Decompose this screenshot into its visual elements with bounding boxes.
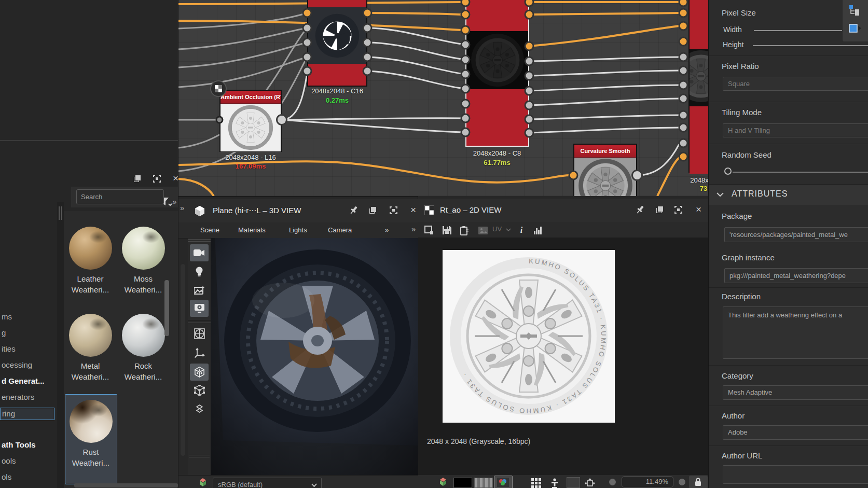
author-url-field[interactable] <box>723 465 868 484</box>
camera-display-icon[interactable] <box>190 244 209 261</box>
sidebar-item-ms[interactable]: ms <box>0 311 56 323</box>
connector-dot-orange[interactable] <box>679 152 688 162</box>
hierarchy-icon[interactable] <box>849 5 860 16</box>
maximize-icon[interactable] <box>153 174 161 183</box>
zoom-out-button[interactable] <box>609 479 616 485</box>
sidebar-item-dgenerat[interactable]: d Generat... <box>0 375 56 387</box>
maximize-icon[interactable] <box>389 206 398 215</box>
width-slider[interactable] <box>754 30 842 31</box>
connector-dot[interactable] <box>679 66 688 76</box>
light-bulb-icon[interactable] <box>190 263 209 281</box>
search-input[interactable] <box>76 189 164 204</box>
menu-overflow-icon[interactable]: » <box>385 222 388 238</box>
connector-dot[interactable] <box>525 101 534 110</box>
collapsed-panel-icon[interactable]: » <box>180 203 183 212</box>
connector-dot[interactable] <box>679 94 688 104</box>
cube-wireframe-icon[interactable] <box>190 382 209 399</box>
connector-dot[interactable] <box>302 23 312 33</box>
menu-lights[interactable]: Lights <box>289 222 307 238</box>
node-curvature-smooth[interactable]: Curvature Smooth <box>573 144 637 196</box>
maximize-icon[interactable] <box>674 205 683 214</box>
pixel-ratio-select[interactable]: Square <box>723 77 868 91</box>
library-item-leather[interactable]: LeatherWeatheri... <box>65 221 116 304</box>
sidebar-item-ities[interactable]: ities <box>0 343 56 355</box>
zoom-lock-button[interactable] <box>689 476 708 488</box>
connector-dot[interactable] <box>525 86 534 96</box>
connector-dot[interactable] <box>631 170 643 181</box>
instance-icon[interactable] <box>849 24 862 33</box>
random-seed-slider[interactable] <box>733 172 868 173</box>
tiling-mode-icon[interactable] <box>583 477 597 488</box>
connector-dot[interactable] <box>302 66 312 76</box>
connector-dot-orange[interactable] <box>525 41 534 51</box>
restore-icon[interactable] <box>133 174 142 183</box>
sidebar-item-athtools[interactable]: ath Tools <box>0 439 56 451</box>
connector-dot[interactable] <box>363 23 373 33</box>
mannequin-icon[interactable] <box>548 477 561 488</box>
background-image-icon[interactable] <box>476 224 490 236</box>
connector-dot[interactable] <box>525 115 534 124</box>
connector-dot[interactable] <box>363 38 373 48</box>
sidebar-item-ring[interactable]: ring <box>0 408 54 420</box>
info-icon[interactable]: i <box>515 224 528 236</box>
connector-dot[interactable] <box>276 114 287 126</box>
category-field[interactable]: Mesh Adaptive <box>723 385 868 400</box>
connector-dot[interactable] <box>461 128 471 137</box>
library-item-moss[interactable]: MossWeatheri... <box>118 221 169 304</box>
view2d-viewport[interactable]: KUMHO SOLUS TA31 · KUMHO SOLUS TA31 · KU… <box>418 238 708 475</box>
view3d-header[interactable]: » Plane (hi-r⋯L – 3D VIEW × <box>178 199 418 223</box>
menu-materials[interactable]: Materials <box>238 222 266 238</box>
connector-dot[interactable] <box>461 84 471 94</box>
side-scrollbar[interactable] <box>181 264 185 456</box>
close-icon[interactable]: × <box>694 205 703 214</box>
connector-dot-orange[interactable] <box>461 10 471 20</box>
connector-dot[interactable] <box>302 52 312 62</box>
connector-dot[interactable] <box>363 52 373 62</box>
histogram-icon[interactable] <box>531 224 545 236</box>
pin-icon[interactable] <box>635 204 645 215</box>
connector-dot[interactable] <box>679 110 688 120</box>
connector-dot[interactable] <box>525 71 534 81</box>
sidebar-item-ols[interactable]: ols <box>0 471 56 483</box>
connector-dot-orange[interactable] <box>679 8 688 18</box>
export-image-icon[interactable] <box>422 224 436 236</box>
sidebar-item-ocessing[interactable]: ocessing <box>0 359 56 371</box>
view2d-header[interactable]: Rt_ao – 2D VIEW × <box>418 199 708 222</box>
connector-dot-orange[interactable] <box>302 8 312 18</box>
splitter-overflow-icon[interactable]: » <box>411 225 415 233</box>
menu-scene[interactable]: Scene <box>200 222 219 238</box>
connector-dot[interactable] <box>461 114 471 123</box>
restore-icon[interactable] <box>655 205 664 214</box>
connector-dot[interactable] <box>461 55 471 65</box>
horizontal-scrollbar[interactable] <box>74 483 178 487</box>
connector-dot-orange[interactable] <box>363 8 373 18</box>
node-edge[interactable] <box>688 0 708 173</box>
attributes-section-header[interactable]: ATTRIBUTES <box>709 185 868 205</box>
library-item-metal[interactable]: MetalWeatheri... <box>65 309 116 392</box>
display-settings-icon[interactable] <box>190 300 209 317</box>
close-icon[interactable]: × <box>409 205 418 214</box>
library-item-rock[interactable]: RockWeatheri... <box>118 309 169 392</box>
node-ambient-occlusion[interactable]: Ambient Occlusion (RT— <box>219 90 282 152</box>
connector-dot[interactable] <box>679 138 688 148</box>
connector-dot[interactable] <box>363 66 373 76</box>
library-overflow-icon[interactable]: » <box>172 197 175 206</box>
connector-dot-orange[interactable] <box>679 21 688 31</box>
node-c8[interactable] <box>465 0 529 147</box>
connector-dot[interactable] <box>461 69 471 79</box>
axis-gizmo-icon[interactable] <box>190 344 209 361</box>
connector-dot[interactable] <box>679 80 688 90</box>
connector-dot-orange[interactable] <box>525 10 534 20</box>
package-field[interactable]: 'resources/packages/painted_metal_we <box>724 227 868 242</box>
author-field[interactable]: Adobe <box>723 425 868 440</box>
description-field[interactable]: This filter add a weathering effect on a <box>723 306 868 359</box>
copy-icon[interactable] <box>458 224 471 236</box>
height-slider[interactable] <box>753 45 868 46</box>
connector-dot[interactable] <box>525 128 534 138</box>
graph-instance-field[interactable]: pkg:///painted_metal_weathering?depe <box>724 268 868 283</box>
tile-grid-icon[interactable] <box>530 477 543 488</box>
gray-background-swatch[interactable] <box>474 478 493 488</box>
zoom-in-button[interactable] <box>679 479 685 485</box>
node-graph-canvas[interactable]: 2048x2048 - C16 0.27ms Ambient Occlusion… <box>178 0 708 196</box>
colorspace-select[interactable]: sRGB (default) <box>213 478 322 488</box>
